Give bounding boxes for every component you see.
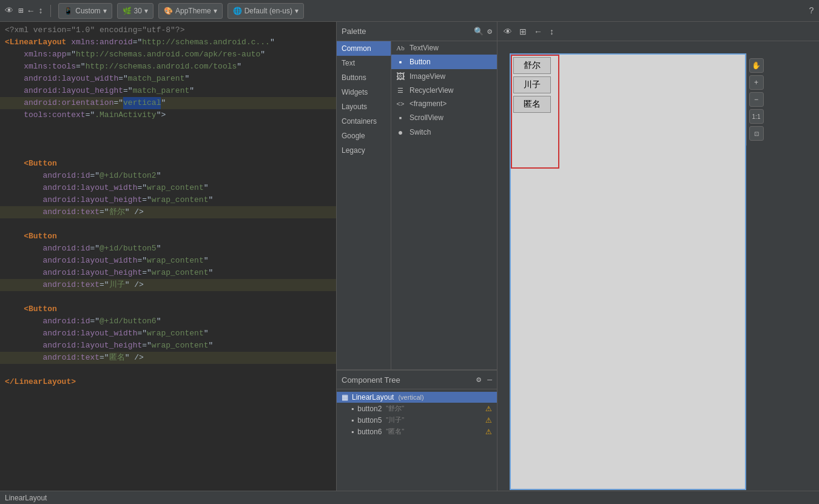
comp-item-button5[interactable]: ▪ button5 "川子" ⚠ (337, 414, 497, 426)
scrollview-label: ScrollView (410, 113, 443, 122)
design-updown-btn[interactable]: ↕ (547, 25, 556, 38)
fragment-label: <fragment> (410, 99, 447, 108)
comp-tree-body: ▦ LinearLayout (vertical) ▪ button2 "舒尔"… (337, 389, 497, 491)
button6-icon: ▪ (351, 428, 354, 436)
design-arrow-btn[interactable]: ← (531, 25, 545, 38)
button5-sub: "川子" (384, 415, 404, 425)
button6-warn-icon: ⚠ (485, 428, 492, 436)
code-line: android:layout_width="wrap_content" (0, 328, 336, 340)
palette-body: Common Text Buttons Widgets Layouts Cont… (337, 41, 497, 369)
palette-cat-containers[interactable]: Containers (337, 114, 391, 129)
code-line: <Button (0, 230, 336, 243)
button6-sub: "匿名" (384, 427, 404, 436)
button5-label: button5 (357, 416, 382, 425)
palette-item-scrollview[interactable]: ▪ ScrollView (391, 110, 497, 125)
comp-settings-icon[interactable]: ⚙ (476, 375, 481, 385)
comp-minimize-icon[interactable]: — (487, 375, 492, 385)
palette-item-button[interactable]: ▪ Button (391, 55, 497, 69)
fragment-icon: <> (395, 100, 406, 107)
code-line: <Button (0, 303, 336, 315)
api-dropdown[interactable]: 🌿 30 ▾ (117, 3, 153, 19)
button5-warn-icon: ⚠ (485, 416, 492, 425)
palette-stack: Palette 🔍 ⚙ Common Text Buttons Widgets … (337, 22, 497, 491)
textview-label: TextView (410, 44, 439, 52)
code-line (0, 146, 336, 158)
search-icon[interactable]: 🔍 (474, 27, 484, 36)
design-right-area: 👁 ⊞ ← ↕ 舒尔 川子 匿名 ✋ + − 1:1 ⊡ (497, 22, 819, 491)
code-line (0, 364, 336, 376)
palette-cat-text[interactable]: Text (337, 56, 391, 70)
code-line (0, 133, 336, 146)
code-line: xmlns:app="http://schemas.android.com/ap… (0, 49, 336, 61)
comp-item-button2[interactable]: ▪ button2 "舒尔" ⚠ (337, 403, 497, 414)
button-label: Button (410, 58, 431, 66)
code-line: android:layout_width="wrap_content" (0, 182, 336, 194)
custom-dropdown[interactable]: 📱 Custom ▾ (58, 3, 112, 19)
design-panel: 👁 ⊞ ← ↕ 舒尔 川子 匿名 ✋ + − 1:1 ⊡ (497, 22, 819, 491)
palette-item-switch[interactable]: ● Switch (391, 125, 497, 139)
palette-cat-buttons[interactable]: Buttons (337, 70, 391, 85)
code-line (0, 218, 336, 230)
code-line: android:layout_width="match_parent" (0, 73, 336, 85)
scrollview-icon: ▪ (395, 113, 406, 123)
design-grid-btn[interactable]: ⊞ (517, 25, 529, 38)
toolbar-sep1 (50, 5, 51, 17)
imageview-label: ImageView (410, 72, 445, 81)
zoom-out-btn[interactable]: − (749, 92, 764, 107)
api-label: 30 (134, 7, 142, 15)
comp-item-linearlayout[interactable]: ▦ LinearLayout (vertical) (337, 392, 497, 403)
code-line: android:layout_height="wrap_content" (0, 267, 336, 279)
design-content: 舒尔 川子 匿名 ✋ + − 1:1 ⊡ (497, 41, 819, 491)
button-icon: ▪ (395, 57, 406, 67)
help-icon[interactable]: ? (809, 6, 814, 16)
design-right-toolbar: ✋ + − 1:1 ⊡ (746, 53, 766, 146)
palette-cat-widgets[interactable]: Widgets (337, 85, 391, 99)
palette-item-textview[interactable]: Ab TextView (391, 41, 497, 55)
code-line: android:layout_height="wrap_content" (0, 340, 336, 352)
zoom-in-btn[interactable]: + (749, 75, 764, 90)
palette-item-recyclerview[interactable]: ☰ RecyclerView (391, 84, 497, 97)
locale-dropdown[interactable]: 🌐 Default (en-us) ▾ (228, 3, 304, 19)
eye-icon[interactable]: 👁 (5, 6, 13, 16)
selected-box (511, 55, 559, 169)
palette-cat-google[interactable]: Google (337, 129, 391, 143)
comp-item-button6[interactable]: ▪ button6 "匿名" ⚠ (337, 426, 497, 437)
design-toolbar: 👁 ⊞ ← ↕ (497, 22, 819, 41)
code-line: android:id="@+id/button6" (0, 315, 336, 328)
palette-cat-layouts[interactable]: Layouts (337, 99, 391, 114)
palette-item-imageview[interactable]: 🖼 ImageView (391, 69, 497, 84)
code-editor[interactable]: <?xml version="1.0" encoding="utf-8"?> <… (0, 22, 337, 491)
custom-label: Custom (75, 7, 100, 15)
code-line: android:layout_width="wrap_content" (0, 255, 336, 267)
palette-item-fragment[interactable]: <> <fragment> (391, 97, 497, 110)
code-line: android:id="@+id/button5" (0, 243, 336, 255)
textview-icon: Ab (395, 44, 406, 52)
grid-icon[interactable]: ⊞ (18, 5, 23, 16)
fit-btn[interactable]: ⊡ (749, 126, 764, 141)
switch-label: Switch (410, 128, 431, 136)
recyclerview-icon: ☰ (395, 87, 406, 95)
settings-icon[interactable]: ⚙ (487, 27, 492, 36)
zoom-reset-btn[interactable]: 1:1 (749, 109, 764, 124)
comp-tree-title: Component Tree (342, 375, 473, 385)
comp-tree-header: Component Tree ⚙ — (337, 370, 497, 389)
code-line: android:layout_height="wrap_content" (0, 194, 336, 206)
code-line: tools:context=".MainActivity"> (0, 109, 336, 121)
recyclerview-label: RecyclerView (410, 86, 453, 95)
hand-tool-btn[interactable]: ✋ (749, 58, 764, 73)
button6-label: button6 (357, 428, 382, 436)
code-line: android:text="川子" /> (0, 279, 336, 291)
phone-preview: 舒尔 川子 匿名 (510, 53, 746, 490)
palette-cat-common[interactable]: Common (337, 41, 391, 56)
palette-cat-legacy[interactable]: Legacy (337, 143, 391, 158)
button2-label: button2 (357, 405, 382, 413)
theme-dropdown[interactable]: 🎨 AppTheme ▾ (158, 3, 223, 19)
arrow-left-icon[interactable]: ← (28, 6, 33, 16)
theme-label: AppTheme (175, 7, 211, 15)
status-bar: LinearLayout (0, 491, 819, 504)
switch-icon: ● (395, 127, 406, 137)
arrow-updown-icon[interactable]: ↕ (38, 6, 43, 16)
palette-categories: Common Text Buttons Widgets Layouts Cont… (337, 41, 391, 369)
design-eye-btn[interactable]: 👁 (501, 25, 514, 38)
palette-panel: Palette 🔍 ⚙ Common Text Buttons Widgets … (337, 22, 497, 369)
